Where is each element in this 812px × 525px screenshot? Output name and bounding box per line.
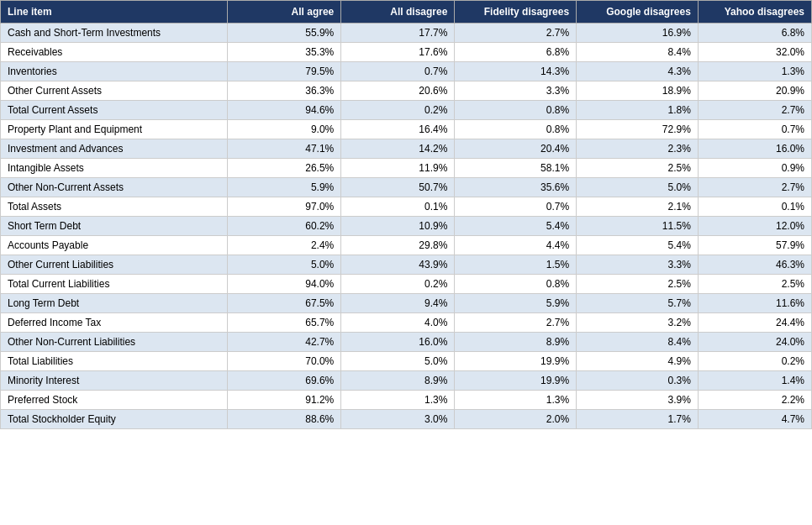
data-cell: 3.0% [341,410,455,429]
data-cell: 0.7% [698,120,811,139]
data-cell: 2.4% [228,236,341,255]
table-row: Other Current Assets36.3%20.6%3.3%18.9%2… [1,81,812,101]
line-item-label: Inventories [1,62,228,81]
data-cell: 16.0% [698,139,811,159]
column-header-4: Google disagrees [577,1,699,24]
data-cell: 0.9% [698,159,811,178]
data-cell: 0.1% [341,197,455,217]
table-row: Total Current Liabilities94.0%0.2%0.8%2.… [1,275,812,294]
data-cell: 36.3% [228,81,341,101]
line-item-label: Intangible Assets [1,159,228,178]
data-cell: 0.2% [341,101,455,120]
data-cell: 6.8% [698,24,811,43]
data-cell: 2.2% [698,391,811,410]
data-cell: 4.9% [577,352,699,371]
data-cell: 4.0% [341,313,455,333]
data-cell: 88.6% [228,410,341,429]
data-cell: 8.4% [577,333,699,352]
column-header-3: Fidelity disagrees [455,1,577,24]
data-cell: 5.9% [228,178,341,197]
data-cell: 0.8% [455,275,577,294]
data-cell: 55.9% [228,24,341,43]
line-item-label: Deferred Income Tax [1,313,228,333]
data-cell: 9.0% [228,120,341,139]
data-cell: 3.2% [577,313,699,333]
table-row: Accounts Payable2.4%29.8%4.4%5.4%57.9% [1,236,812,255]
data-cell: 1.7% [577,410,699,429]
data-cell: 2.7% [698,101,811,120]
data-cell: 94.0% [228,275,341,294]
data-cell: 2.7% [455,24,577,43]
data-cell: 0.2% [341,275,455,294]
data-cell: 0.8% [455,120,577,139]
line-item-label: Other Non-Current Assets [1,178,228,197]
data-cell: 12.0% [698,217,811,236]
data-cell: 16.4% [341,120,455,139]
table-row: Investment and Advances47.1%14.2%20.4%2.… [1,139,812,159]
line-item-label: Long Term Debt [1,294,228,313]
data-cell: 11.6% [698,294,811,313]
table-row: Total Stockholder Equity88.6%3.0%2.0%1.7… [1,410,812,429]
data-cell: 5.9% [455,294,577,313]
data-cell: 57.9% [698,236,811,255]
data-cell: 20.9% [698,81,811,101]
data-cell: 72.9% [577,120,699,139]
column-header-5: Yahoo disagrees [698,1,811,24]
data-cell: 4.4% [455,236,577,255]
data-cell: 79.5% [228,62,341,81]
data-cell: 10.9% [341,217,455,236]
data-cell: 0.2% [698,352,811,371]
table-row: Long Term Debt67.5%9.4%5.9%5.7%11.6% [1,294,812,313]
data-cell: 60.2% [228,217,341,236]
data-cell: 26.5% [228,159,341,178]
data-cell: 3.3% [577,255,699,275]
data-cell: 46.3% [698,255,811,275]
line-item-label: Receivables [1,43,228,62]
data-cell: 19.9% [455,371,577,391]
table-row: Short Term Debt60.2%10.9%5.4%11.5%12.0% [1,217,812,236]
data-cell: 8.9% [341,371,455,391]
main-table-container: Line itemAll agreeAll disagreeFidelity d… [0,0,812,429]
line-item-label: Preferred Stock [1,391,228,410]
data-cell: 2.5% [698,275,811,294]
data-cell: 14.2% [341,139,455,159]
data-cell: 1.4% [698,371,811,391]
table-row: Property Plant and Equipment9.0%16.4%0.8… [1,120,812,139]
line-item-label: Property Plant and Equipment [1,120,228,139]
data-cell: 5.4% [577,236,699,255]
table-row: Receivables35.3%17.6%6.8%8.4%32.0% [1,43,812,62]
data-cell: 17.6% [341,43,455,62]
data-cell: 0.7% [455,197,577,217]
data-cell: 19.9% [455,352,577,371]
table-row: Preferred Stock91.2%1.3%1.3%3.9%2.2% [1,391,812,410]
table-row: Intangible Assets26.5%11.9%58.1%2.5%0.9% [1,159,812,178]
data-cell: 2.0% [455,410,577,429]
data-cell: 6.8% [455,43,577,62]
data-cell: 70.0% [228,352,341,371]
data-cell: 43.9% [341,255,455,275]
data-cell: 2.3% [577,139,699,159]
data-cell: 1.5% [455,255,577,275]
line-item-label: Minority Interest [1,371,228,391]
line-item-label: Short Term Debt [1,217,228,236]
line-item-label: Total Assets [1,197,228,217]
data-cell: 5.4% [455,217,577,236]
data-cell: 1.8% [577,101,699,120]
data-cell: 20.6% [341,81,455,101]
line-item-label: Other Non-Current Liabilities [1,333,228,352]
table-row: Other Current Liabilities5.0%43.9%1.5%3.… [1,255,812,275]
data-cell: 91.2% [228,391,341,410]
table-row: Deferred Income Tax65.7%4.0%2.7%3.2%24.4… [1,313,812,333]
column-header-2: All disagree [341,1,455,24]
data-cell: 9.4% [341,294,455,313]
data-cell: 17.7% [341,24,455,43]
line-item-label: Total Stockholder Equity [1,410,228,429]
data-cell: 65.7% [228,313,341,333]
data-cell: 2.7% [698,178,811,197]
data-cell: 29.8% [341,236,455,255]
data-cell: 3.9% [577,391,699,410]
table-row: Cash and Short-Term Investments55.9%17.7… [1,24,812,43]
data-cell: 18.9% [577,81,699,101]
data-cell: 2.5% [577,159,699,178]
line-item-label: Cash and Short-Term Investments [1,24,228,43]
